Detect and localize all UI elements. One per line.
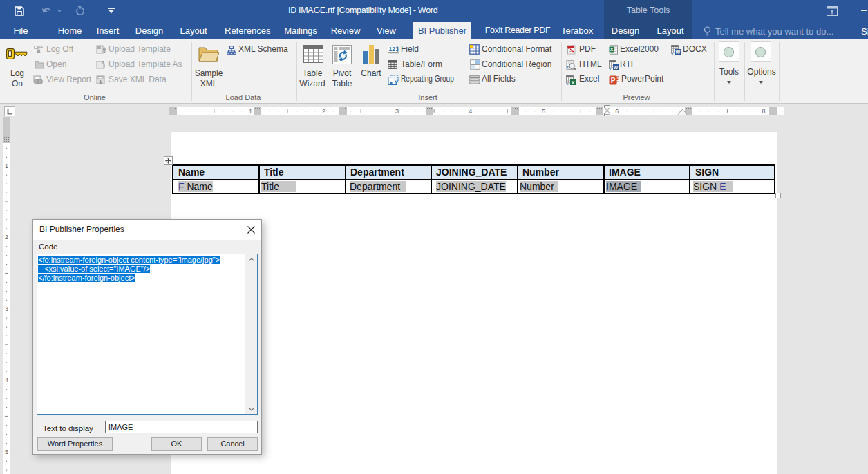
svg-text:W: W [614,65,619,70]
svg-text:W: W [676,50,681,55]
svg-text:3: 3 [395,108,399,115]
svg-text:1: 1 [5,162,8,169]
svg-text:2: 2 [322,108,326,115]
svg-text:2: 2 [5,234,8,240]
svg-text:123: 123 [389,46,399,53]
svg-text:3: 3 [5,305,8,312]
svg-text:P: P [611,77,616,84]
svg-text:4: 4 [469,108,472,115]
svg-text:X: X [610,47,614,52]
svg-text:5: 5 [542,108,545,115]
svg-text:6: 6 [615,108,619,115]
svg-text:4: 4 [5,377,8,383]
svg-text:1: 1 [249,108,252,115]
svg-text:5: 5 [5,448,8,455]
svg-text:X: X [572,80,575,85]
svg-text:e: e [567,64,569,69]
svg-text:8: 8 [762,108,765,115]
